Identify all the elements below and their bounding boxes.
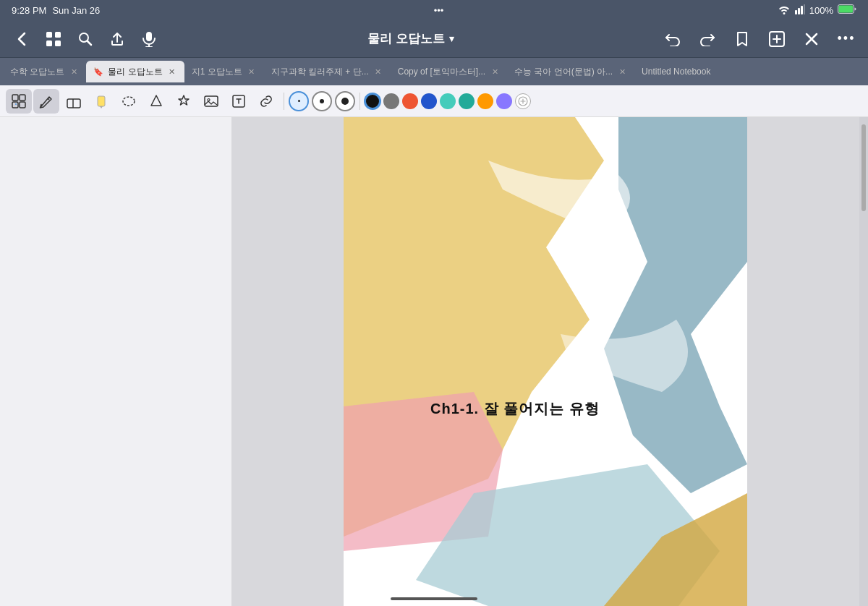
date-display: Sun Jan 26: [52, 5, 100, 16]
wifi-icon: [778, 4, 791, 17]
notebook-title: 물리 오답노트: [367, 30, 445, 47]
select-tool-button[interactable]: [6, 89, 32, 114]
line-size-medium[interactable]: [312, 91, 332, 111]
svg-rect-18: [20, 102, 25, 108]
image-tool-button[interactable]: [198, 89, 224, 114]
add-page-button[interactable]: [764, 26, 790, 52]
tab-close-toeic[interactable]: ✕: [490, 67, 500, 77]
status-right: 100%: [778, 4, 856, 17]
color-gray[interactable]: [383, 93, 399, 109]
svg-point-19: [15, 103, 17, 105]
redo-button[interactable]: [694, 26, 720, 52]
search-button[interactable]: [72, 26, 98, 52]
color-palette: [365, 93, 531, 109]
medium-dot: [320, 99, 324, 103]
tab-label: 지1 오답노트: [192, 66, 242, 78]
highlighter-tool-button[interactable]: [88, 89, 114, 114]
line-size-group: [289, 91, 355, 111]
more-button[interactable]: •••: [833, 26, 859, 52]
tab-untitled[interactable]: Untitled Notebook: [634, 61, 718, 82]
color-blue[interactable]: [421, 93, 437, 109]
page-text: Ch1-1. 잘 풀어지는 유형: [430, 399, 600, 419]
link-tool-button[interactable]: [253, 89, 279, 114]
svg-rect-6: [46, 32, 52, 38]
tab-math[interactable]: 수학 오답노트 ✕: [3, 61, 86, 82]
tab-close-korean[interactable]: ✕: [617, 67, 627, 77]
notebook-page: Ch1-1. 잘 풀어지는 유형: [344, 117, 747, 606]
tab-bookmark-icon: 🔖: [93, 67, 103, 77]
small-dot: [298, 100, 300, 102]
svg-rect-0: [795, 10, 797, 14]
title-center[interactable]: 물리 오답노트 ▾: [367, 30, 454, 47]
status-center: •••: [434, 5, 444, 16]
tab-korean[interactable]: 수능 국아 언어(문법) 아... ✕: [507, 61, 634, 82]
tab-label: Copy of [토익마스터]...: [398, 66, 485, 78]
svg-rect-15: [12, 95, 18, 101]
battery-icon: [838, 4, 856, 16]
svg-rect-24: [205, 96, 218, 106]
svg-rect-7: [55, 32, 61, 38]
tab-close-geo-killer[interactable]: ✕: [373, 67, 383, 77]
tab-label: 물리 오답노트: [108, 66, 162, 78]
color-purple[interactable]: [496, 93, 512, 109]
mic-button[interactable]: [136, 26, 162, 52]
title-right: •••: [660, 26, 859, 52]
right-panel[interactable]: [859, 117, 868, 606]
lasso-tool-button[interactable]: [116, 89, 142, 114]
title-bar: 물리 오답노트 ▾: [0, 20, 868, 58]
status-left: 9:28 PM Sun Jan 26: [12, 5, 100, 16]
tab-label: 수능 국아 언어(문법) 아...: [514, 66, 613, 78]
undo-button[interactable]: [660, 26, 686, 52]
textbox-tool-button[interactable]: [226, 89, 252, 114]
svg-rect-1: [798, 8, 800, 14]
svg-point-25: [208, 98, 210, 101]
tab-close-math[interactable]: ✕: [69, 67, 79, 77]
time-display: 9:28 PM: [12, 5, 46, 16]
tab-toeic[interactable]: Copy of [토익마스터]... ✕: [391, 61, 507, 82]
toolbar-divider: [284, 93, 284, 110]
svg-rect-8: [46, 40, 52, 46]
scrollbar-thumb: [861, 124, 866, 211]
signal-icon: [795, 4, 805, 17]
tab-close-physics[interactable]: ✕: [167, 67, 177, 77]
color-black[interactable]: [365, 93, 380, 109]
tab-label: 수학 오답노트: [10, 66, 64, 78]
svg-rect-9: [55, 40, 61, 46]
title-left: [9, 26, 162, 52]
tab-close-geo1[interactable]: ✕: [247, 67, 257, 77]
svg-rect-20: [67, 99, 80, 108]
star-tool-button[interactable]: [171, 89, 197, 114]
close-button[interactable]: [799, 26, 825, 52]
grid-button[interactable]: [41, 26, 67, 52]
left-panel: [0, 117, 231, 606]
color-red[interactable]: [402, 93, 418, 109]
svg-rect-5: [838, 6, 853, 13]
tabs-bar: 수학 오답노트 ✕ 🔖 물리 오답노트 ✕ 지1 오답노트 ✕ 지구과학 킬러주…: [0, 58, 868, 85]
main-content: Ch1-1. 잘 풀어지는 유형: [0, 117, 868, 606]
shape-tool-button[interactable]: [143, 89, 169, 114]
tab-geo1[interactable]: 지1 오답노트 ✕: [184, 61, 264, 82]
color-cyan[interactable]: [440, 93, 456, 109]
line-size-large[interactable]: [335, 91, 355, 111]
svg-rect-17: [12, 102, 18, 108]
tab-geo-killer[interactable]: 지구과학 킬러주제 + 단... ✕: [264, 61, 391, 82]
dots-icon: •••: [434, 5, 444, 16]
share-button[interactable]: [104, 26, 130, 52]
eraser-tool-button[interactable]: [61, 89, 87, 114]
back-button[interactable]: [9, 26, 35, 52]
more-dots-icon: •••: [838, 31, 856, 46]
brush-strokes: [344, 117, 747, 606]
toolbar-divider-2: [359, 93, 360, 110]
large-dot: [341, 98, 349, 105]
svg-rect-3: [804, 4, 805, 14]
add-color-button[interactable]: [515, 93, 531, 109]
home-indicator: [391, 597, 477, 600]
color-orange[interactable]: [477, 93, 493, 109]
svg-rect-11: [146, 32, 152, 41]
line-size-small[interactable]: [289, 91, 309, 111]
pen-tool-button[interactable]: [33, 89, 59, 114]
bookmark-button[interactable]: [729, 26, 755, 52]
title-dropdown-icon: ▾: [449, 33, 454, 44]
tab-physics[interactable]: 🔖 물리 오답노트 ✕: [86, 61, 184, 82]
color-green[interactable]: [459, 93, 475, 109]
